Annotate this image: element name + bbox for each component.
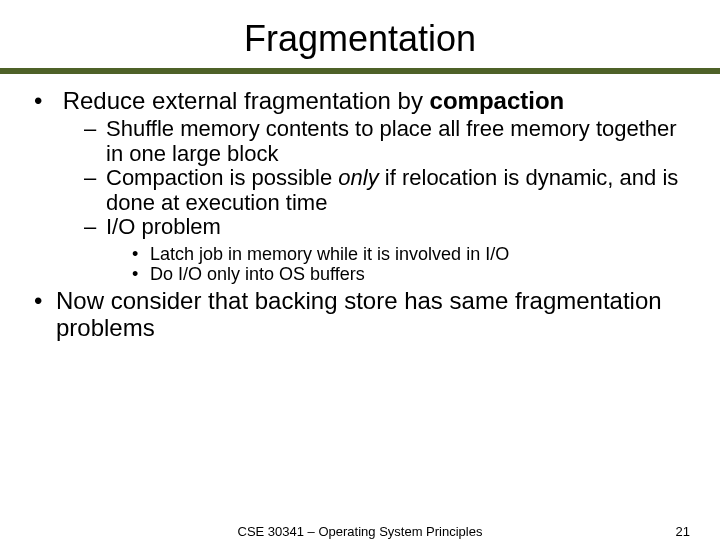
- bullet-text: Now consider that backing store has same…: [56, 287, 662, 341]
- bullet-text: Latch job in memory while it is involved…: [150, 244, 509, 264]
- bullet-item: Now consider that backing store has same…: [34, 288, 690, 342]
- slide-title: Fragmentation: [30, 0, 690, 68]
- bullet-text-italic: only: [338, 165, 378, 190]
- bullet-item: Shuffle memory contents to place all fre…: [84, 117, 690, 166]
- bullet-item: Do I/O only into OS buffers: [132, 264, 690, 284]
- bullet-item: Reduce external fragmentation by compact…: [34, 88, 690, 284]
- bullet-text: Reduce external fragmentation by: [63, 87, 430, 114]
- bullet-item: Latch job in memory while it is involved…: [132, 244, 690, 264]
- footer-course: CSE 30341 – Operating System Principles: [0, 524, 720, 539]
- bullet-item: I/O problem Latch job in memory while it…: [84, 215, 690, 284]
- footer-page-number: 21: [676, 524, 690, 539]
- title-underline: [0, 68, 720, 74]
- bullet-list-level2: Shuffle memory contents to place all fre…: [56, 117, 690, 284]
- bullet-list-level3: Latch job in memory while it is involved…: [106, 244, 690, 284]
- bullet-text-bold: compaction: [430, 87, 565, 114]
- bullet-text: Compaction is possible: [106, 165, 338, 190]
- slide-content: Reduce external fragmentation by compact…: [30, 88, 690, 342]
- bullet-text: I/O problem: [106, 214, 221, 239]
- slide: Fragmentation Reduce external fragmentat…: [0, 0, 720, 540]
- bullet-item: Compaction is possible only if relocatio…: [84, 166, 690, 215]
- bullet-list-level1: Reduce external fragmentation by compact…: [30, 88, 690, 342]
- bullet-text: Do I/O only into OS buffers: [150, 264, 365, 284]
- bullet-text: Shuffle memory contents to place all fre…: [106, 116, 677, 166]
